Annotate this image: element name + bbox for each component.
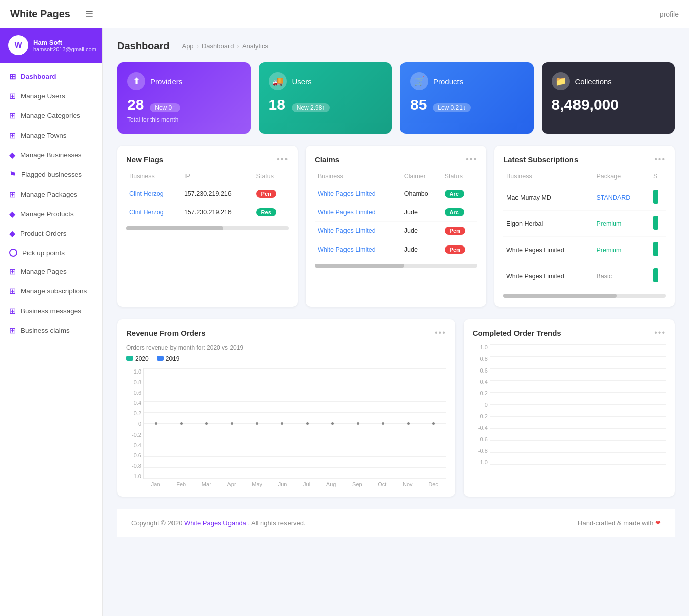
sidebar-item-label: Flagged businesses [21,171,82,178]
x-label: Nov [403,481,413,487]
sidebar-item-label: Manage Pages [21,268,67,275]
sidebar-item-manage-categories[interactable]: ⊞Manage Categories [0,106,102,126]
sidebar-item-dashboard[interactable]: ⊞Dashboard [0,67,102,86]
business-link[interactable]: White Pages Limited [318,190,376,197]
nav-icon: ◆ [9,229,15,238]
dot [281,422,283,425]
package-link[interactable]: Basic [596,273,612,280]
legend-2020-label: 2020 [135,355,149,362]
order-trends-body: 1.00.80.60.40.20-0.2-0.4-0.6-0.8-1.0 [473,344,666,465]
footer-copyright: Copyright © 2020 White Pages Uganda . Al… [131,519,306,527]
y-label: -0.6 [126,452,141,458]
breadcrumb: App›Dashboard›Analytics [182,42,268,50]
stat-cards: ⬆ Providers 28 New 0↑ Total for this mon… [117,62,675,134]
business-link[interactable]: Clint Herzog [129,190,164,197]
x-label: Apr [227,481,236,487]
x-label: Aug [326,481,336,487]
subscriptions-header: Latest Subscriptions ••• [503,155,666,164]
business-cell: Elgon Herbal [503,211,593,237]
grid-line [490,380,666,381]
business-link[interactable]: White Pages Limited [318,227,376,234]
subscriptions-menu-btn[interactable]: ••• [654,155,666,164]
sidebar-user: W Ham Soft hamsoft2013@gmail.com [0,28,102,63]
footer-crafted: Hand-crafted & made with ❤ [578,519,661,527]
grid-line [144,456,446,457]
stat-card-value: 8,489,000 [552,96,619,113]
package-link[interactable]: Premium [596,247,621,254]
sidebar-item-manage-packages[interactable]: ⊞Manage Packages [0,184,102,204]
claims-menu-btn[interactable]: ••• [466,155,477,164]
stat-card-label: Collections [575,77,612,86]
claims-panel: Claims ••• Business Claimer Status White… [306,146,486,307]
grid-line [144,446,446,446]
x-label: May [252,481,262,487]
y-label: 0 [126,421,141,427]
menu-icon[interactable]: ☰ [85,9,93,20]
sidebar-item-manage-businesses[interactable]: ◆Manage Businesses [0,145,102,165]
breadcrumb-item[interactable]: App [182,42,193,50]
package-link[interactable]: Premium [596,220,621,227]
y-label: 0 [473,402,488,408]
new-flags-title: New Flags [126,155,163,164]
new-flags-menu-btn[interactable]: ••• [277,155,289,164]
sidebar-item-flagged-businesses[interactable]: ⚑Flagged businesses [0,165,102,184]
sidebar-item-manage-towns[interactable]: ⊞Manage Towns [0,126,102,145]
revenue-chart-header: Revenue From Orders ••• [126,328,446,337]
sidebar-item-business-messages[interactable]: ⊞Business messages [0,301,102,321]
y-label: -0.4 [126,442,141,448]
sidebar-item-label: Product Orders [20,230,67,237]
stat-card-header: 📁 Collections [552,72,665,90]
stat-card-badge: New 2.98↑ [292,103,330,112]
business-link[interactable]: White Pages Limited [318,246,376,253]
breadcrumb-item[interactable]: Dashboard [202,42,234,50]
business-link[interactable]: White Pages Limited [318,209,376,216]
profile-link[interactable]: profile [660,10,679,18]
business-link[interactable]: Clint Herzog [129,209,164,216]
table-row: Mac Murray MD STANDARD [503,184,666,211]
breadcrumb-item[interactable]: Analytics [242,42,268,50]
sidebar-item-business-claims[interactable]: ⊞Business claims [0,321,102,340]
sidebar-item-label: Manage Towns [21,132,67,139]
package-link[interactable]: STANDARD [596,194,630,201]
sidebar-item-manage-pages[interactable]: ⊞Manage Pages [0,262,102,281]
nav-icon: ⊞ [9,131,16,140]
dot [357,422,359,425]
breadcrumb-separator: › [237,42,239,50]
status-badge: Pen [445,245,465,254]
stat-card-header: 🛒 Products [410,72,524,90]
claims-scrollbar[interactable] [315,264,477,268]
y-label: 1.0 [126,368,141,375]
nav-icon: ⊞ [9,190,16,199]
claims-header: Claims ••• [315,155,477,164]
y-label: 0.2 [126,410,141,416]
stat-card-value: 85 [410,96,427,113]
dot [155,422,157,425]
table-row: White Pages Limited Premium [503,237,666,263]
footer-link[interactable]: White Pages Uganda [184,519,246,527]
sidebar-item-product-orders[interactable]: ◆Product Orders [0,224,102,243]
sidebar-item-manage-users[interactable]: ⊞Manage Users [0,86,102,106]
revenue-chart-menu-btn[interactable]: ••• [435,328,446,337]
y-label: -0.8 [473,448,488,454]
status-badge: Res [256,208,276,216]
col-ip: IP [181,171,253,184]
sidebar-item-manage-products[interactable]: ◆Manage Products [0,204,102,224]
sidebar-item-manage-subscriptions[interactable]: ⊞Manage subscriptions [0,281,102,301]
subscriptions-scrollbar[interactable] [503,294,666,298]
nav-icon: ⊞ [9,286,16,296]
new-flags-scrollbar[interactable] [126,226,289,230]
order-trends-menu-btn[interactable]: ••• [654,328,666,337]
sidebar-item-pick-up-points[interactable]: Pick up points [0,243,102,262]
col-status: Status [442,171,477,184]
collections-icon: 📁 [552,72,570,90]
x-label: Mar [202,481,211,487]
table-row: White Pages Limited Jude Pen [315,240,477,259]
x-label: Sep [352,481,362,487]
dot [256,422,258,425]
stat-card-header: ⬆ Providers [127,72,241,90]
x-label: Jul [303,481,310,487]
claimer-cell: Ohambo [401,184,442,203]
col-business: Business [315,171,401,184]
table-row: Clint Herzog 157.230.219.216 Res [126,203,289,222]
nav-icon: ⊞ [9,111,16,120]
